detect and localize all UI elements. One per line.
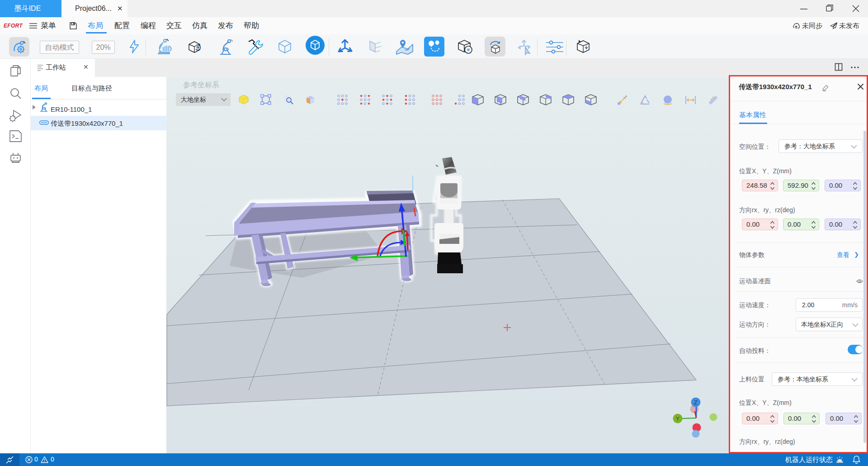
svg-text:Y: Y: [676, 416, 679, 422]
svg-text:Z: Z: [694, 399, 697, 406]
